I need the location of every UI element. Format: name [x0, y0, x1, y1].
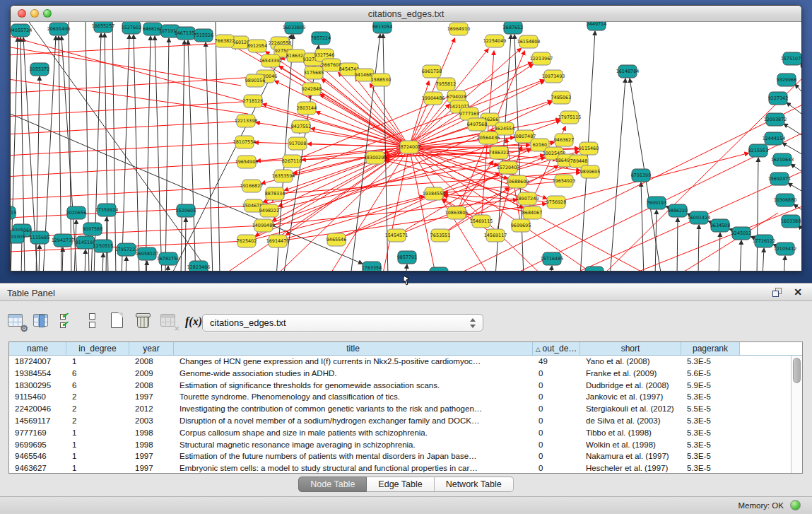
graph-node[interactable]: 16033809	[283, 22, 306, 34]
graph-node[interactable]: 7486322	[489, 146, 509, 159]
table-cell[interactable]: 0	[533, 391, 580, 403]
vertical-scrollbar[interactable]	[791, 356, 802, 473]
graph-node[interactable]: 9245012	[731, 227, 751, 240]
graph-node[interactable]: 9242848	[302, 83, 322, 95]
graph-node[interactable]: 10863805	[445, 206, 469, 219]
table-cell[interactable]: 1	[66, 356, 129, 368]
table-cell[interactable]: Hescheler et al. (1997)	[580, 462, 681, 474]
graph-node[interactable]: 9857791	[397, 251, 417, 264]
table-row[interactable]: 1830029562008Estimation of significance …	[9, 380, 802, 392]
table-cell[interactable]: Disruption of a novel member of a sodium…	[174, 415, 533, 427]
graph-node[interactable]: 1125015	[11, 206, 16, 219]
table-cell[interactable]: 5.5E-5	[681, 403, 740, 415]
graph-node[interactable]: 20564436	[477, 132, 500, 144]
graph-node[interactable]: 15454571	[385, 229, 408, 242]
graph-node[interactable]: 2803144	[297, 102, 317, 115]
graph-node[interactable]: 6497568	[467, 118, 487, 131]
graph-node[interactable]: 2055372	[30, 63, 49, 76]
graph-node[interactable]: 9756928	[546, 196, 566, 209]
table-row[interactable]: 1938455462009Genome-wide association stu…	[9, 368, 802, 380]
table-cell[interactable]: 0	[533, 403, 580, 415]
table-cell[interactable]: 1997	[129, 391, 174, 403]
graph-node[interactable]: 2718126	[243, 95, 263, 107]
table-selector-dropdown[interactable]: citations_edges.txt	[202, 314, 483, 332]
graph-node[interactable]: 16964910	[447, 23, 471, 35]
graph-node[interactable]: 1527602	[122, 22, 141, 34]
table-cell[interactable]: 0	[533, 450, 580, 462]
close-panel-icon[interactable]: ✕	[794, 286, 802, 298]
table-cell[interactable]: 2012	[129, 403, 174, 415]
function-icon[interactable]: f(x)	[185, 311, 204, 331]
graph-node[interactable]: 2520605	[176, 204, 196, 217]
table-cell[interactable]: 14569117	[9, 415, 66, 427]
graph-node[interactable]: 9227342	[768, 92, 788, 105]
graph-node[interactable]: 1588530	[371, 74, 391, 86]
graph-node[interactable]: 1763354	[362, 262, 382, 271]
graph-node[interactable]: 12213967	[530, 52, 553, 65]
table-cell[interactable]: Investigating the contribution of common…	[174, 403, 533, 415]
citation-network-graph[interactable]: 1872400718300295193845549660128891295422…	[11, 22, 801, 271]
graph-node[interactable]: 10306880	[774, 194, 797, 206]
graph-node[interactable]: 15720407	[497, 161, 520, 174]
graph-node[interactable]: 1603388	[781, 215, 801, 228]
graph-node[interactable]: 7625402	[237, 235, 257, 247]
graph-node[interactable]: 16148784	[616, 65, 640, 78]
table-cell[interactable]: 0	[533, 368, 580, 380]
graph-node[interactable]: 16958107	[136, 247, 159, 260]
table-cell[interactable]: 2	[66, 403, 129, 415]
table-cell[interactable]: 1	[66, 450, 129, 462]
graph-node[interactable]: 9463627	[554, 134, 574, 146]
graph-node[interactable]: 9699695	[511, 219, 531, 232]
graph-node[interactable]: 7515526	[194, 29, 213, 42]
table-cell[interactable]: 1	[66, 462, 129, 474]
graph-node[interactable]: 16353594	[272, 170, 295, 182]
graph-node[interactable]: 16543392	[259, 54, 283, 67]
graph-node[interactable]: 8813054	[372, 22, 392, 33]
table-cell[interactable]: Stergiakouli et al. (2012)	[580, 403, 681, 415]
graph-node[interactable]: 24055724	[11, 24, 32, 37]
table-row[interactable]: 911546021997Tourette syndrome. Phenomeno…	[9, 391, 802, 403]
table-cell[interactable]: Tibbo et al. (1998)	[580, 427, 681, 439]
table-cell[interactable]: 5.3E-5	[681, 427, 740, 439]
graph-node[interactable]: 3624554	[495, 122, 514, 135]
graph-node[interactable]: 8215953	[748, 144, 768, 157]
column-header-in_degree[interactable]: in_degree	[66, 342, 129, 355]
table-cell[interactable]: 5.3E-5	[681, 462, 740, 474]
graph-node[interactable]: 14569117	[484, 229, 507, 242]
graph-node[interactable]: 17975115	[558, 111, 582, 124]
new-document-icon[interactable]	[109, 311, 127, 331]
tab-node-table[interactable]: Node Table	[298, 477, 367, 492]
table-cell[interactable]: 5.3E-5	[681, 356, 740, 368]
graph-node[interactable]: 9899695	[580, 165, 600, 178]
table-cell[interactable]: 1997	[129, 462, 174, 474]
table-cell[interactable]: Estimation of significance thresholds fo…	[174, 380, 533, 392]
graph-node[interactable]: 16914479	[266, 235, 290, 247]
table-cell[interactable]: 9699695	[9, 439, 66, 451]
graph-node[interactable]: 12823466	[187, 261, 211, 271]
graph-node[interactable]: 18907249	[516, 192, 539, 205]
table-row[interactable]: 1872400712008Changes of HCN gene express…	[9, 356, 802, 368]
table-cell[interactable]: Genome-wide association studies in ADHD.	[174, 368, 533, 380]
graph-node[interactable]: 17359924	[95, 204, 119, 216]
table-cell[interactable]: Corpus callosum shape and size in male p…	[174, 427, 533, 439]
table-cell[interactable]: 0	[533, 415, 580, 427]
window-titlebar[interactable]: citations_edges.txt	[11, 6, 801, 22]
graph-node[interactable]: 12093872	[764, 113, 787, 126]
table-cell[interactable]: 22420046	[9, 403, 66, 415]
graph-node[interactable]: 19384554	[423, 187, 446, 200]
graph-node[interactable]: 7955812	[436, 78, 456, 90]
graph-node[interactable]: 16782759	[157, 252, 180, 265]
table-row[interactable]: 977716911998Corpus callosum shape and si…	[9, 427, 802, 439]
graph-node[interactable]: 1115685	[30, 231, 49, 244]
graph-node[interactable]: 2449714	[587, 22, 606, 30]
table-cell[interactable]: 18300295	[9, 380, 66, 392]
table-row[interactable]: 2242004622012Investigating the contribut…	[9, 403, 802, 415]
table-cell[interactable]: 0	[533, 380, 580, 392]
graph-node[interactable]: 1250515	[93, 240, 113, 252]
table-row[interactable]: 969969511998Structural magnetic resonanc…	[9, 439, 802, 451]
table-cell[interactable]: 2008	[129, 356, 174, 368]
graph-node[interactable]: 7857224	[311, 32, 331, 45]
graph-node[interactable]: 17726122	[753, 235, 776, 247]
table-cell[interactable]: 5.3E-5	[681, 439, 740, 451]
table-cell[interactable]: 5.3E-5	[681, 415, 740, 427]
